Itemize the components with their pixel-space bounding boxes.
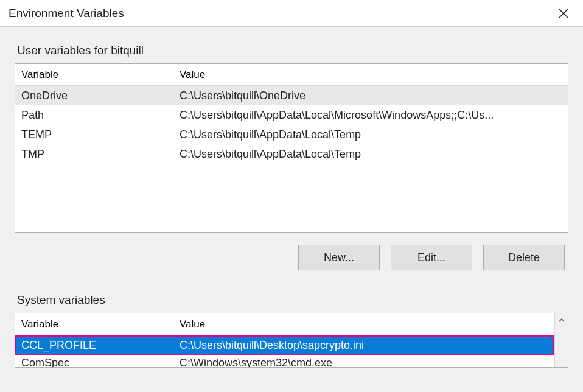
table-row[interactable]: ComSpec C:\Windows\system32\cmd.exe bbox=[15, 355, 554, 367]
scroll-up-button[interactable] bbox=[555, 313, 568, 327]
titlebar: Environment Variables bbox=[0, 0, 583, 27]
window-title: Environment Variables bbox=[9, 7, 551, 20]
dialog-content: User variables for bitquill Variable Val… bbox=[0, 27, 583, 392]
user-variables-label: User variables for bitquill bbox=[15, 44, 568, 57]
user-table-body: OneDrive C:\Users\bitquill\OneDrive Path… bbox=[15, 86, 568, 232]
cell-variable: Path bbox=[15, 109, 173, 122]
delete-button[interactable]: Delete bbox=[483, 245, 565, 270]
cell-variable: TMP bbox=[15, 148, 173, 161]
environment-variables-dialog: Environment Variables User variables for… bbox=[0, 0, 583, 392]
table-row[interactable]: TMP C:\Users\bitquill\AppData\Local\Temp bbox=[15, 144, 568, 164]
table-row[interactable]: Path C:\Users\bitquill\AppData\Local\Mic… bbox=[15, 105, 568, 125]
user-table-header: Variable Value bbox=[15, 64, 568, 86]
column-header-value[interactable]: Value bbox=[173, 64, 568, 85]
user-button-row: New... Edit... Delete bbox=[15, 245, 568, 270]
cell-value: C:\Users\bitquill\AppData\Local\Microsof… bbox=[173, 109, 568, 122]
cell-value: C:\Users\bitquill\AppData\Local\Temp bbox=[173, 148, 568, 161]
table-row[interactable]: TEMP C:\Users\bitquill\AppData\Local\Tem… bbox=[15, 125, 568, 144]
new-button[interactable]: New... bbox=[298, 245, 380, 270]
system-table-header: Variable Value bbox=[15, 313, 554, 335]
table-row[interactable]: OneDrive C:\Users\bitquill\OneDrive bbox=[15, 86, 568, 105]
system-variables-label: System variables bbox=[15, 293, 568, 307]
close-button[interactable] bbox=[551, 1, 576, 26]
user-variables-table[interactable]: Variable Value OneDrive C:\Users\bitquil… bbox=[15, 63, 568, 233]
cell-value: C:\Windows\system32\cmd.exe bbox=[173, 357, 554, 368]
cell-variable: OneDrive bbox=[15, 89, 173, 102]
cell-variable: ComSpec bbox=[15, 357, 173, 368]
system-variables-table[interactable]: Variable Value CCL_PROFILE C:\Users\bitq… bbox=[15, 313, 568, 368]
table-row[interactable]: CCL_PROFILE C:\Users\bitquill\Desktop\sa… bbox=[15, 335, 554, 355]
cell-variable: TEMP bbox=[15, 128, 173, 141]
column-header-value[interactable]: Value bbox=[173, 313, 554, 335]
chevron-up-icon bbox=[559, 317, 565, 323]
edit-button[interactable]: Edit... bbox=[391, 245, 472, 270]
column-header-variable[interactable]: Variable bbox=[15, 64, 173, 85]
cell-value: C:\Users\bitquill\Desktop\sapcrypto.ini bbox=[173, 339, 554, 352]
cell-value: C:\Users\bitquill\OneDrive bbox=[173, 89, 568, 102]
system-scrollbar[interactable] bbox=[554, 313, 568, 367]
system-table-body: CCL_PROFILE C:\Users\bitquill\Desktop\sa… bbox=[15, 335, 554, 367]
column-header-variable[interactable]: Variable bbox=[15, 313, 173, 335]
close-icon bbox=[559, 9, 568, 18]
cell-variable: CCL_PROFILE bbox=[15, 339, 173, 352]
cell-value: C:\Users\bitquill\AppData\Local\Temp bbox=[173, 128, 568, 141]
